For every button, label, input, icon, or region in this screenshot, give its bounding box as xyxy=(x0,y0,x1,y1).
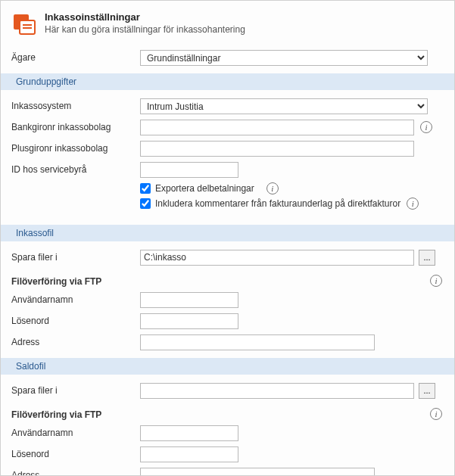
saldofil-ftp-title: Filöverföring via FTP xyxy=(11,409,101,420)
info-icon[interactable]: i xyxy=(266,182,279,194)
section-saldofil-header: Saldofil xyxy=(1,358,454,375)
owner-select[interactable]: Grundinställningar xyxy=(140,50,428,66)
bankgiro-label: Bankgironr inkassobolag xyxy=(11,122,140,132)
saldofil-savein-label: Spara filer i xyxy=(11,385,140,396)
inkassofil-addr-input[interactable] xyxy=(140,334,375,350)
saldofil-addr-label: Adress xyxy=(11,470,140,476)
owner-label: Ägare xyxy=(11,52,140,63)
section-basic-header: Grunduppgifter xyxy=(1,73,454,90)
inkassofil-savein-input[interactable] xyxy=(140,250,414,266)
inkassosystem-select[interactable]: Intrum Justitia xyxy=(140,98,428,114)
plusgiro-input[interactable] xyxy=(140,141,414,157)
saldofil-addr-input[interactable] xyxy=(140,468,375,477)
info-icon[interactable]: i xyxy=(430,275,442,287)
serviceid-input[interactable] xyxy=(140,162,238,178)
page-title: Inkassoinställningar xyxy=(45,11,245,23)
app-icon xyxy=(11,11,36,36)
saldofil-pass-label: Lösenord xyxy=(11,449,140,459)
inkassofil-ftp-title: Filöverföring via FTP xyxy=(11,276,101,287)
inkassofil-pass-input[interactable] xyxy=(140,313,238,329)
serviceid-label: ID hos servicebyrå xyxy=(11,164,140,175)
svg-rect-2 xyxy=(23,24,32,26)
saldofil-pass-input[interactable] xyxy=(140,446,238,462)
saldofil-user-label: Användarnamn xyxy=(11,428,140,438)
svg-rect-3 xyxy=(23,27,32,29)
section-inkassofil-header: Inkassofil xyxy=(1,225,454,241)
export-partial-label: Exportera delbetalningar xyxy=(155,183,254,194)
info-icon[interactable]: i xyxy=(420,121,432,133)
plusgiro-label: Plusgironr inkassobolag xyxy=(11,143,140,154)
inkassosystem-label: Inkassosystem xyxy=(11,101,140,111)
info-icon[interactable]: i xyxy=(407,198,419,210)
info-icon[interactable]: i xyxy=(430,408,442,420)
inkassofil-pass-label: Lösenord xyxy=(11,316,140,326)
include-comments-label: Inkludera kommentarer från fakturaunderl… xyxy=(155,198,400,209)
browse-button[interactable]: ... xyxy=(419,383,435,399)
saldofil-user-input[interactable] xyxy=(140,425,238,441)
inkassofil-user-label: Användarnamn xyxy=(11,294,140,305)
bankgiro-input[interactable] xyxy=(140,120,414,135)
saldofil-savein-input[interactable] xyxy=(140,383,414,399)
browse-button[interactable]: ... xyxy=(419,250,435,266)
export-partial-checkbox[interactable] xyxy=(140,183,151,194)
inkassofil-savein-label: Spara filer i xyxy=(11,252,140,263)
inkassofil-user-input[interactable] xyxy=(140,292,238,308)
inkassofil-addr-label: Adress xyxy=(11,337,140,347)
include-comments-checkbox[interactable] xyxy=(140,198,151,209)
page-subtitle: Här kan du göra inställningar för inkass… xyxy=(45,24,245,35)
